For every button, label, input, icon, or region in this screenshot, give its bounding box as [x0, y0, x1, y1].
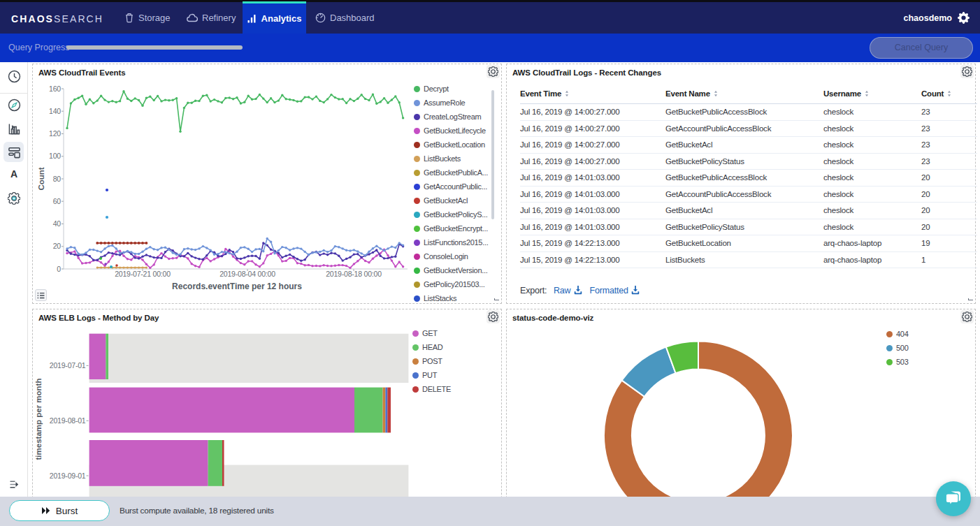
svg-text:2019-09-01: 2019-09-01 [50, 472, 86, 480]
svg-text:120: 120 [49, 129, 61, 138]
svg-text:80: 80 [53, 175, 62, 183]
svg-text:100: 100 [49, 152, 61, 160]
svg-text:Records.eventTime per 12 hours: Records.eventTime per 12 hours [172, 282, 302, 291]
svg-text:60: 60 [53, 197, 62, 205]
svg-text:160: 160 [49, 85, 61, 93]
svg-text:140: 140 [49, 107, 61, 115]
svg-text:20: 20 [53, 242, 62, 250]
svg-text:2019-08-01: 2019-08-01 [50, 416, 86, 425]
svg-text:0: 0 [57, 265, 61, 273]
svg-text:2019-07-01: 2019-07-01 [50, 361, 86, 370]
svg-text:40: 40 [53, 219, 62, 228]
